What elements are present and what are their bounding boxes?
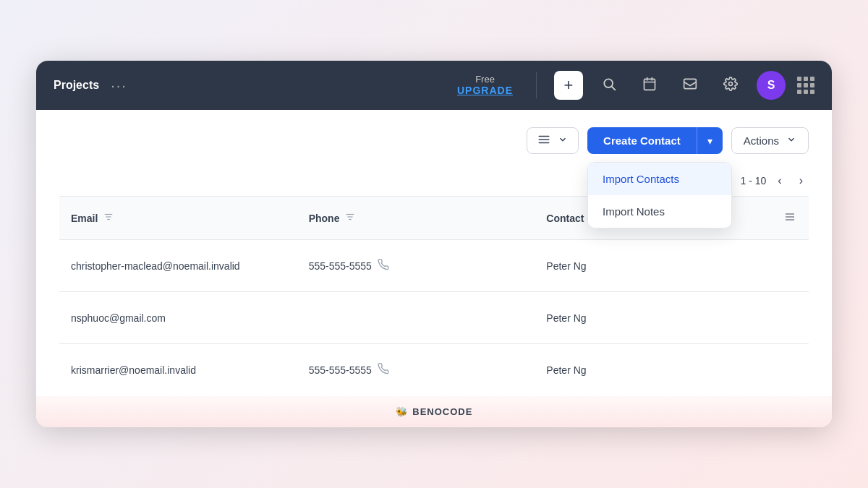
th-email: Email — [59, 205, 297, 231]
td-phone-2 — [297, 298, 535, 338]
inbox-button[interactable] — [676, 71, 705, 100]
nav-upgrade-link[interactable]: UPGRADE — [457, 85, 513, 97]
owner-value-1: Peter Ng — [546, 260, 586, 272]
chevron-down-icon — [558, 134, 568, 147]
grid-menu-icon[interactable] — [797, 77, 814, 94]
th-phone-filter-icon[interactable] — [345, 212, 355, 224]
page-range: 1 - 10 — [741, 175, 767, 187]
dropdown-arrow-icon: ▾ — [707, 135, 712, 147]
phone-icon-1 — [378, 259, 389, 273]
svg-point-7 — [729, 82, 733, 85]
main-content: Create Contact ▾ Import Contacts Import … — [36, 110, 832, 396]
svg-rect-6 — [684, 79, 697, 88]
td-owner-2: Peter Ng — [535, 298, 773, 338]
nav-projects[interactable]: Projects — [54, 79, 99, 92]
toolbar: Create Contact ▾ Import Contacts Import … — [59, 127, 809, 154]
td-owner-3: Peter Ng — [535, 350, 773, 390]
search-button[interactable] — [595, 71, 624, 100]
nav-upgrade: Free UPGRADE — [457, 74, 513, 97]
owner-value-2: Peter Ng — [546, 312, 586, 324]
email-value-2: nsphuoc@gmail.com — [71, 312, 166, 324]
table-row: christopher-maclead@noemail.invalid 555-… — [59, 240, 809, 292]
td-phone-1: 555-555-5555 — [297, 246, 535, 286]
th-phone: Phone — [297, 205, 535, 231]
actions-chevron-icon — [786, 134, 796, 147]
th-email-label: Email — [71, 213, 98, 224]
import-dropdown-menu: Import Contacts Import Notes — [587, 162, 732, 228]
plus-icon: + — [564, 76, 574, 95]
prev-page-button[interactable]: ‹ — [772, 171, 787, 190]
footer: 🐝 BENOCODE — [36, 396, 832, 427]
phone-icon-3 — [378, 363, 389, 377]
email-value-1: christopher-maclead@noemail.invalid — [71, 260, 240, 272]
search-icon — [602, 77, 616, 95]
td-email-2: nsphuoc@gmail.com — [59, 298, 297, 338]
view-toggle-button[interactable] — [527, 127, 579, 154]
bee-icon: 🐝 — [396, 406, 408, 417]
nav-more-dots[interactable]: ··· — [111, 77, 127, 94]
calendar-icon — [642, 77, 657, 95]
svg-rect-2 — [644, 79, 655, 90]
table-row: nsphuoc@gmail.com Peter Ng — [59, 292, 809, 344]
add-button[interactable]: + — [554, 71, 583, 100]
td-action-2 — [773, 298, 809, 338]
actions-button[interactable]: Actions — [731, 127, 809, 154]
settings-button[interactable] — [716, 71, 745, 100]
import-notes-item[interactable]: Import Notes — [588, 195, 731, 228]
app-window: Projects ··· Free UPGRADE + — [36, 61, 832, 427]
td-email-3: krismarrier@noemail.invalid — [59, 350, 297, 390]
navbar: Projects ··· Free UPGRADE + — [36, 61, 832, 110]
td-email-1: christopher-maclead@noemail.invalid — [59, 246, 297, 286]
actions-label: Actions — [744, 134, 779, 147]
brand-name: BENOCODE — [412, 406, 472, 417]
email-value-3: krismarrier@noemail.invalid — [71, 364, 196, 376]
nav-divider — [536, 72, 537, 98]
th-settings[interactable] — [773, 205, 809, 231]
nav-free-label: Free — [475, 74, 495, 85]
create-contact-dropdown-button[interactable]: ▾ — [697, 127, 723, 154]
phone-value-3: 555-555-5555 — [309, 364, 372, 376]
import-contacts-item[interactable]: Import Contacts — [588, 163, 731, 195]
avatar[interactable]: S — [757, 71, 786, 100]
td-owner-1: Peter Ng — [535, 246, 773, 286]
th-phone-label: Phone — [309, 213, 340, 224]
svg-line-1 — [612, 86, 616, 90]
create-contact-button[interactable]: Create Contact — [587, 127, 697, 154]
th-email-filter-icon[interactable] — [103, 212, 114, 224]
table-row: krismarrier@noemail.invalid 555-555-5555… — [59, 344, 809, 396]
inbox-icon — [683, 77, 697, 95]
gear-icon — [723, 77, 738, 95]
td-action-3 — [773, 350, 809, 390]
next-page-button[interactable]: › — [793, 171, 809, 190]
td-phone-3: 555-555-5555 — [297, 350, 535, 390]
owner-value-3: Peter Ng — [546, 364, 586, 376]
create-contact-group: Create Contact ▾ Import Contacts Import … — [587, 127, 723, 154]
list-view-icon — [537, 133, 550, 148]
th-settings-icon — [784, 211, 796, 225]
calendar-button[interactable] — [635, 71, 664, 100]
phone-value-1: 555-555-5555 — [309, 260, 372, 272]
td-action-1 — [773, 246, 809, 286]
